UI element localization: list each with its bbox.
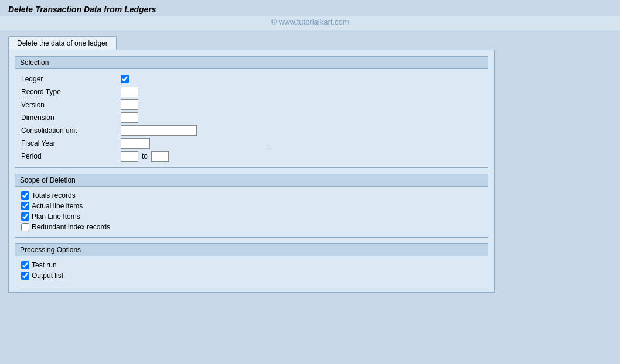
totals-label[interactable]: Totals records bbox=[32, 191, 76, 200]
dimension-label: Dimension bbox=[21, 114, 121, 122]
scope-title: Scope of Deletion bbox=[15, 174, 488, 187]
redundant-checkbox[interactable] bbox=[21, 223, 29, 231]
consolidation-unit-row: Consolidation unit bbox=[15, 124, 488, 137]
actual-row: Actual line items bbox=[15, 201, 488, 211]
dot-marker: . bbox=[267, 140, 269, 147]
period-from-input[interactable] bbox=[121, 151, 138, 162]
page-title: Delete Transaction Data from Ledgers bbox=[8, 5, 612, 14]
output-list-label[interactable]: Output list bbox=[32, 272, 63, 280]
plan-label[interactable]: Plan Line Items bbox=[32, 212, 80, 221]
selection-section: Selection Ledger Record Type Version Dim… bbox=[15, 56, 488, 168]
processing-section: Processing Options Test run Output list bbox=[15, 243, 488, 286]
period-to-input[interactable] bbox=[151, 151, 169, 162]
dimension-input[interactable] bbox=[121, 112, 138, 123]
actual-label[interactable]: Actual line items bbox=[32, 202, 83, 210]
version-label: Version bbox=[21, 101, 121, 109]
output-list-row: Output list bbox=[15, 270, 488, 281]
tab-delete-ledger[interactable]: Delete the data of one ledger bbox=[8, 36, 117, 50]
record-type-label: Record Type bbox=[21, 88, 121, 96]
processing-title: Processing Options bbox=[15, 244, 488, 256]
test-run-row: Test run bbox=[15, 260, 488, 270]
version-row: Version bbox=[15, 98, 488, 111]
ledger-checkbox[interactable] bbox=[121, 75, 129, 83]
fiscal-year-label: Fiscal Year bbox=[21, 139, 121, 147]
scope-section: Scope of Deletion Totals records Actual … bbox=[15, 174, 488, 238]
version-input[interactable] bbox=[121, 99, 138, 110]
test-run-label[interactable]: Test run bbox=[32, 261, 57, 269]
record-type-input[interactable] bbox=[121, 87, 138, 97]
period-row: Period to bbox=[15, 150, 488, 163]
redundant-row: Redundant index records bbox=[15, 222, 488, 232]
ledger-label: Ledger bbox=[21, 75, 121, 83]
totals-row: Totals records bbox=[15, 190, 488, 201]
selection-title: Selection bbox=[15, 57, 488, 69]
output-list-checkbox[interactable] bbox=[21, 272, 29, 280]
dimension-row: Dimension bbox=[15, 111, 488, 124]
watermark: © www.tutorialkart.com bbox=[0, 16, 620, 30]
test-run-checkbox[interactable] bbox=[21, 261, 29, 269]
fiscal-year-row: Fiscal Year . bbox=[15, 137, 488, 150]
to-label: to bbox=[142, 152, 148, 160]
ledger-row: Ledger bbox=[15, 73, 488, 85]
consolidation-unit-input[interactable] bbox=[121, 125, 197, 136]
record-type-row: Record Type bbox=[15, 85, 488, 98]
redundant-label[interactable]: Redundant index records bbox=[32, 223, 110, 231]
consolidation-unit-label: Consolidation unit bbox=[21, 126, 121, 135]
totals-checkbox[interactable] bbox=[21, 191, 29, 200]
plan-checkbox[interactable] bbox=[21, 212, 29, 221]
fiscal-year-input[interactable] bbox=[121, 138, 150, 149]
period-label: Period bbox=[21, 152, 121, 160]
actual-checkbox[interactable] bbox=[21, 202, 29, 210]
plan-row: Plan Line Items bbox=[15, 211, 488, 222]
